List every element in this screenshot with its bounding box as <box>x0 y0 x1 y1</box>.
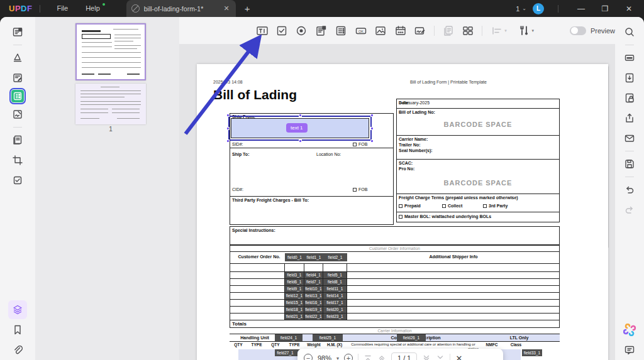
sidebar-item-annotate[interactable] <box>8 48 27 67</box>
document-tab[interactable]: bill-of-lading-form-1* ✕ <box>126 0 236 17</box>
form-field-badge[interactable]: field4_1 <box>304 272 323 278</box>
layout-grid-tool[interactable] <box>458 22 477 40</box>
text-field-tool[interactable] <box>253 22 271 40</box>
save-button[interactable] <box>620 155 639 173</box>
form-field-badge[interactable]: field13_1 <box>304 293 323 299</box>
zoom-dropdown-chevron[interactable]: ▾ <box>336 356 339 360</box>
form-field-badge[interactable]: field16_1 <box>304 300 323 306</box>
third-party-checkbox[interactable]: 3rd Party <box>483 204 489 208</box>
sidebar-item-watermark[interactable] <box>8 171 27 190</box>
protect-button[interactable] <box>620 89 639 107</box>
page-thumbnail-selected[interactable] <box>75 23 146 80</box>
sidebar-item-bookmark[interactable] <box>8 320 27 339</box>
form-field-badge[interactable]: field0_1 <box>285 253 304 261</box>
undo-button[interactable] <box>620 180 639 199</box>
document-viewport[interactable]: 2025/1/3 14:08 Bill of Lading Form | Pri… <box>179 44 615 360</box>
new-tab-button[interactable]: + <box>245 3 250 14</box>
form-field-badge[interactable]: field22_1 <box>304 314 323 320</box>
form-field-badge[interactable]: field21_1 <box>285 314 304 320</box>
resize-handle-nw[interactable] <box>226 114 230 117</box>
minimize-button[interactable]: — <box>572 4 590 13</box>
form-field-badge[interactable]: field11_1 <box>323 286 347 292</box>
list-box-tool[interactable] <box>332 22 350 40</box>
ocr-button[interactable] <box>620 48 639 67</box>
sidebar-item-attachment[interactable] <box>8 341 27 359</box>
date-field-tool[interactable] <box>391 22 409 40</box>
next-page-icon[interactable] <box>422 354 431 360</box>
form-field-badge[interactable]: field12_1 <box>285 293 304 299</box>
form-field-badge[interactable]: field15_1 <box>285 300 304 306</box>
form-field-badge[interactable]: field33_1 <box>522 349 542 356</box>
checkbox-tool[interactable] <box>272 22 291 40</box>
avatar[interactable]: L <box>533 3 544 14</box>
form-field-badge[interactable]: field18_1 <box>285 307 304 313</box>
radio-button-tool[interactable] <box>292 22 311 40</box>
menu-file[interactable]: File <box>48 0 77 17</box>
resize-handle-n[interactable] <box>299 114 302 117</box>
form-field-badge[interactable]: field6_1 <box>285 279 304 285</box>
compress-button[interactable] <box>620 68 639 87</box>
align-tool-disabled[interactable]: ▾ <box>487 22 511 40</box>
page-indicator[interactable]: 1 / 1 <box>391 352 417 360</box>
preview-toggle[interactable] <box>570 26 586 35</box>
resize-handle-ne[interactable] <box>370 114 374 117</box>
form-field-badge[interactable]: field5_1 <box>323 272 347 278</box>
sidebar-item-organize-pages[interactable] <box>8 131 27 150</box>
master-bol-checkbox[interactable]: Master BOL: w/attached underlying BOLs <box>399 214 404 219</box>
form-field-badge[interactable]: field19_1 <box>304 307 323 313</box>
sidebar-item-reader[interactable] <box>8 23 27 41</box>
form-field-badge[interactable]: field2_1 <box>323 253 347 261</box>
sidebar-item-prepare-form-active[interactable] <box>9 88 26 104</box>
duplicate-tool-disabled[interactable] <box>439 22 457 40</box>
pdf-page[interactable]: 2025/1/3 14:08 Bill of Lading Form | Pri… <box>197 64 608 360</box>
maximize-button[interactable]: ❐ <box>596 4 614 13</box>
fob-checkbox-1[interactable]: FOB <box>353 142 358 146</box>
resize-handle-sw[interactable] <box>226 139 230 143</box>
zoombar-close-button[interactable]: ✕ <box>455 354 462 360</box>
last-page-icon[interactable] <box>436 354 445 360</box>
search-button[interactable] <box>620 23 639 41</box>
resize-handle-w[interactable] <box>226 127 230 130</box>
sidebar-item-crop[interactable] <box>8 151 27 170</box>
form-field-badge[interactable]: field23_1 <box>323 314 347 320</box>
form-field-badge[interactable]: field14_1 <box>323 293 347 299</box>
form-field-badge[interactable]: field26_1 <box>397 334 426 341</box>
sidebar-item-layers[interactable] <box>8 300 27 319</box>
form-field-badge[interactable]: field20_1 <box>323 307 347 313</box>
first-page-icon[interactable] <box>364 354 372 360</box>
resize-handle-e[interactable] <box>370 127 374 130</box>
zoom-out-button[interactable]: − <box>304 354 313 360</box>
dropdown-tool[interactable] <box>312 22 330 40</box>
collect-checkbox[interactable]: Collect <box>442 204 448 208</box>
form-field-badge[interactable]: field25_1 <box>313 334 343 341</box>
form-tools-menu[interactable]: ▾ <box>513 22 540 40</box>
close-button[interactable]: ✕ <box>620 4 638 13</box>
window-page-dropdown[interactable]: 1⌄ <box>516 5 526 13</box>
updf-logo[interactable]: UPDF <box>9 4 32 13</box>
form-field-badge[interactable]: field24_1 <box>275 334 303 341</box>
previous-page-icon[interactable] <box>377 354 386 360</box>
sidebar-item-fill-sign[interactable] <box>8 105 27 124</box>
resize-handle-s[interactable] <box>299 139 302 143</box>
selected-text-field[interactable]: text 1 <box>228 116 372 141</box>
fob-checkbox-2[interactable]: FOB <box>353 187 358 192</box>
sidebar-item-edit-pdf[interactable] <box>8 68 27 87</box>
form-field-badge[interactable]: field3_1 <box>285 272 304 278</box>
form-field-badge[interactable]: field27_1 <box>275 349 296 356</box>
mail-button[interactable] <box>620 129 639 148</box>
form-field-badge[interactable]: field10_1 <box>304 286 323 292</box>
prepaid-checkbox[interactable]: Prepaid <box>399 204 404 208</box>
zoom-in-button[interactable]: + <box>344 354 353 360</box>
share-button[interactable] <box>620 109 639 128</box>
page-thumbnail-2[interactable] <box>75 84 146 124</box>
ai-assistant-button[interactable] <box>620 320 639 339</box>
form-field-badge[interactable]: field17_1 <box>323 300 347 306</box>
redo-button-disabled[interactable] <box>620 200 639 219</box>
image-field-tool[interactable] <box>372 22 390 40</box>
form-field-badge[interactable]: field8_1 <box>323 279 347 285</box>
menu-help[interactable]: Help <box>77 0 109 17</box>
resize-handle-se[interactable] <box>370 139 374 143</box>
form-field-badge[interactable]: field9_1 <box>285 286 304 292</box>
signature-field-tool[interactable] <box>411 22 429 40</box>
form-field-badge[interactable]: field7_1 <box>304 279 323 285</box>
